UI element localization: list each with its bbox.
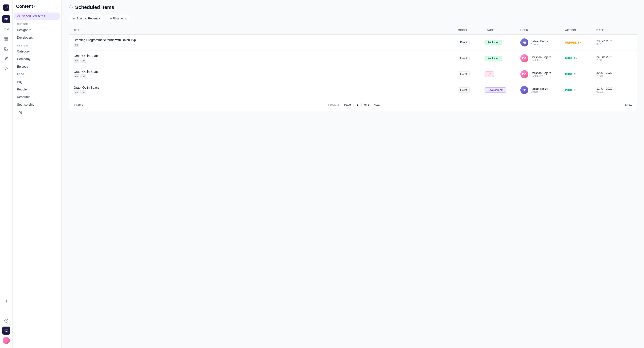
time-text-3: 20:04 bbox=[596, 74, 632, 77]
stage-cell-2: Published bbox=[484, 56, 520, 61]
date-text-4: 12 Jun 2020 bbox=[596, 87, 632, 90]
page-label: Page bbox=[17, 80, 24, 84]
lang-tag-de-3: de bbox=[80, 74, 86, 78]
table-header: Title Model Stage User Action Date bbox=[69, 26, 636, 35]
pagination: 4 items Previous Page of 1 Next Show bbox=[69, 98, 636, 111]
user-role-4: Owner bbox=[531, 90, 548, 93]
sidebar-item-developers[interactable]: Developers bbox=[14, 34, 60, 41]
nav-workflow-icon[interactable] bbox=[2, 297, 10, 305]
date-text-1: 28 Feb 2021 bbox=[596, 39, 632, 43]
action-text-4: PUBLISH bbox=[565, 89, 577, 92]
user-avatar-3: DG bbox=[520, 70, 528, 78]
sidebar-item-company[interactable]: Company bbox=[14, 55, 60, 63]
sidebar-item-people[interactable]: People bbox=[14, 86, 60, 93]
table-row[interactable]: GraphQL in Space en de Event Development… bbox=[69, 82, 636, 98]
sort-button[interactable]: Sort by: Recent ▾ bbox=[69, 15, 104, 22]
people-label: People bbox=[17, 88, 27, 91]
table-container: Sort by: Recent ▾ + Filter items Title M… bbox=[62, 15, 644, 348]
action-text-1: UNPUBLISH bbox=[565, 41, 582, 44]
user-info-2: Darshan Gajara Contributor bbox=[531, 55, 551, 61]
lang-tag-en-2: en bbox=[74, 58, 80, 63]
feed-label: Feed bbox=[17, 72, 24, 76]
next-button[interactable]: Next bbox=[372, 102, 382, 107]
user-avatar-bottom[interactable] bbox=[2, 336, 10, 345]
nav-branch-icon[interactable]: ⌥M bbox=[2, 25, 10, 33]
page-title: Scheduled items bbox=[75, 4, 114, 10]
table-row[interactable]: GraphQL in Space en de Event Published D… bbox=[69, 50, 636, 66]
nav-help-icon[interactable] bbox=[2, 317, 10, 325]
user-name-1: Fabian Beliza bbox=[531, 39, 548, 43]
icon-sidebar: PR ⌥M bbox=[0, 0, 12, 348]
system-section-label: SYSTEM bbox=[14, 41, 60, 48]
time-text-2: 23:02 bbox=[596, 58, 632, 62]
show-button[interactable]: Show bbox=[625, 103, 632, 106]
lang-tags-2: en de bbox=[74, 58, 458, 63]
nav-pr-badge[interactable]: PR bbox=[2, 15, 10, 23]
date-cell-1: 28 Feb 2021 09:15 bbox=[596, 39, 632, 46]
sidebar-item-designers[interactable]: Designers bbox=[14, 26, 60, 33]
user-cell-2: DG Darshan Gajara Contributor bbox=[520, 54, 565, 62]
sort-chevron-icon: ▾ bbox=[99, 17, 100, 20]
sidebar-item-scheduled[interactable]: ⏱ Scheduled items bbox=[14, 12, 60, 20]
sidebar-item-episode[interactable]: Episode bbox=[14, 63, 60, 70]
lang-tag-de-2: de bbox=[80, 58, 86, 63]
title-cell-1: Creating Programmatic forms with Union T… bbox=[74, 38, 458, 47]
lang-tag-en-1: en bbox=[74, 43, 80, 47]
user-name-4: Fabian Beliza bbox=[531, 87, 548, 90]
table-row[interactable]: Creating Programmatic forms with Union T… bbox=[69, 35, 636, 50]
filter-button[interactable]: + Filter items bbox=[107, 15, 130, 22]
nav-play-icon[interactable] bbox=[2, 64, 10, 72]
action-cell-2: PUBLISH bbox=[565, 56, 596, 60]
company-label: Company bbox=[17, 57, 30, 61]
stage-cell-3: QA bbox=[484, 71, 520, 77]
custom-section-label: CUSTOM bbox=[14, 20, 60, 26]
sidebar-nav: ⏱ Scheduled items CUSTOM Designers Devel… bbox=[12, 12, 62, 345]
model-cell-4: Event bbox=[458, 87, 484, 93]
svg-rect-11 bbox=[5, 329, 8, 331]
previous-button[interactable]: Previous bbox=[326, 102, 342, 107]
nav-edit-icon[interactable] bbox=[2, 45, 10, 53]
user-avatar-4: FB bbox=[520, 86, 528, 94]
filter-label: + Filter items bbox=[110, 17, 127, 20]
model-cell-3: Event bbox=[458, 71, 484, 77]
sidebar-item-resource[interactable]: Resource bbox=[14, 93, 60, 101]
sidebar-item-page[interactable]: Page bbox=[14, 78, 60, 85]
nav-layers-icon[interactable] bbox=[2, 35, 10, 43]
user-role-1: Owner bbox=[531, 43, 548, 46]
sidebar-item-tag[interactable]: Tag bbox=[14, 109, 60, 116]
of-label: of 1 bbox=[364, 103, 369, 106]
time-text-4: 03:12 bbox=[596, 90, 632, 93]
main-content: ⏱ Scheduled items Sort by: Recent ▾ + Fi… bbox=[62, 0, 644, 348]
user-name-2: Darshan Gajara bbox=[531, 55, 551, 59]
user-cell-4: FB Fabian Beliza Owner bbox=[520, 86, 565, 94]
nav-edit2-icon[interactable] bbox=[2, 54, 10, 63]
nav-filter-icon[interactable] bbox=[2, 307, 10, 315]
user-info-3: Darshan Gajara Contributor bbox=[531, 71, 551, 77]
nav-chat-icon[interactable] bbox=[2, 327, 10, 335]
sidebar-item-category[interactable]: Category bbox=[14, 48, 60, 55]
page-label: Page bbox=[344, 103, 351, 106]
collapse-sidebar-button[interactable]: ‹ bbox=[52, 3, 58, 9]
action-cell-4: PUBLISH bbox=[565, 88, 596, 92]
pagination-center: Previous Page of 1 Next bbox=[326, 102, 381, 107]
title-text-4: GraphQL in Space bbox=[74, 86, 458, 89]
scheduled-items-label: Scheduled items bbox=[22, 14, 45, 18]
sidebar-chevron-icon: ▾ bbox=[34, 4, 36, 8]
page-clock-icon: ⏱ bbox=[69, 5, 73, 10]
model-badge-2: Event bbox=[458, 56, 470, 61]
sidebar-item-sponsorship[interactable]: Sponsorship bbox=[14, 101, 60, 108]
lang-tags-3: en de bbox=[74, 74, 458, 78]
model-badge-1: Event bbox=[458, 40, 470, 45]
page-input[interactable] bbox=[354, 102, 362, 107]
sidebar-item-feed[interactable]: Feed bbox=[14, 71, 60, 78]
table-row[interactable]: GraphQL in Space en de Event QA DG Darsh… bbox=[69, 66, 636, 82]
model-badge-3: Event bbox=[458, 71, 470, 77]
svg-rect-2 bbox=[4, 39, 8, 39]
action-text-3: PUBLISH bbox=[565, 73, 577, 76]
col-model: Model bbox=[458, 29, 484, 32]
stage-badge-4: Development bbox=[484, 87, 506, 93]
model-cell-2: Event bbox=[458, 56, 484, 61]
sidebar-title[interactable]: Content ▾ bbox=[16, 4, 36, 9]
col-date: Date bbox=[596, 29, 632, 32]
svg-marker-4 bbox=[5, 67, 8, 70]
